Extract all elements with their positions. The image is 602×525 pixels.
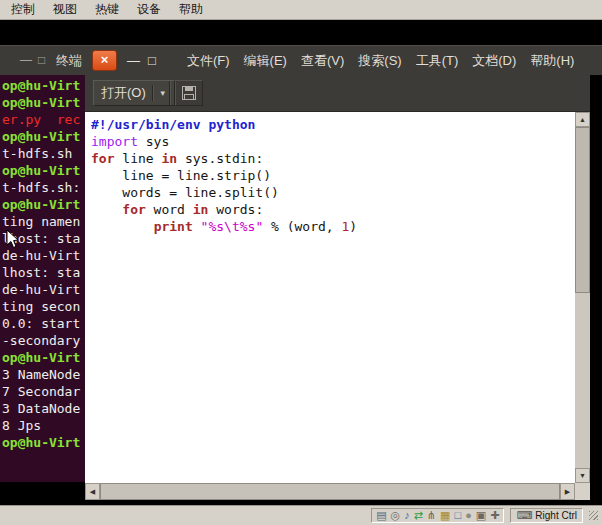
left-arrow-icon: ◀ <box>90 488 95 496</box>
menu-item[interactable]: 文件(F) <box>180 52 237 70</box>
mouse-cursor <box>6 229 20 249</box>
up-arrow-icon: ▲ <box>579 116 586 123</box>
titlebar-strip: — □ 终端 × — □ 文件(F)编辑(E)查看(V)搜索(S)工具(T)文档… <box>0 45 602 75</box>
terminal-line: 0.0: start <box>2 315 85 332</box>
terminal-line: op@hu-Virt <box>2 434 85 451</box>
hard-disk-icon[interactable]: ▤ <box>376 509 386 522</box>
open-button-divider <box>152 85 153 101</box>
vm-statusbar: ▤◎♪⇄⋔▦□●▣✚ ⌨ Right Ctrl <box>0 505 602 525</box>
features-icon[interactable]: ▣ <box>476 509 486 522</box>
editor-code: #!/usr/bin/env pythonimport sysfor line … <box>85 112 575 235</box>
terminal-line: 8 Jps <box>2 417 85 434</box>
vm-menu-item[interactable]: 设备 <box>128 0 170 19</box>
terminal-line: er.py rec <box>2 111 85 128</box>
editor-text-area[interactable]: #!/usr/bin/env pythonimport sysfor line … <box>85 112 575 483</box>
vm-menu-item[interactable]: 控制 <box>2 0 44 19</box>
gedit-menubar: 文件(F)编辑(E)查看(V)搜索(S)工具(T)文档(D)帮助(H) <box>180 46 581 75</box>
terminal-minimize-icon[interactable]: — <box>20 46 32 75</box>
scroll-down-button[interactable]: ▼ <box>575 468 590 483</box>
terminal-line: op@hu-Virt <box>2 162 85 179</box>
horizontal-scrollbar-thumb[interactable] <box>100 483 560 500</box>
terminal-line: lhost: sta <box>2 264 85 281</box>
terminal-output: op@hu-Virtop@hu-Virter.py recop@hu-Virtt… <box>2 77 85 451</box>
menu-item[interactable]: 工具(T) <box>409 52 466 70</box>
recording-icon[interactable]: ● <box>465 509 472 522</box>
code-line: words = line.split() <box>91 184 575 201</box>
chevron-down-icon: ▼ <box>159 89 167 98</box>
network-icon[interactable]: ⇄ <box>414 509 423 522</box>
vertical-scrollbar-thumb[interactable] <box>575 127 590 293</box>
display-icon[interactable]: □ <box>454 509 461 522</box>
optical-disk-icon[interactable]: ◎ <box>391 509 401 522</box>
resize-grip[interactable] <box>589 511 598 520</box>
menu-item[interactable]: 查看(V) <box>294 52 351 70</box>
terminal-line: t-hdfs.sh <box>2 145 85 162</box>
save-button[interactable] <box>175 80 203 106</box>
shared-folder-icon[interactable]: ▦ <box>440 509 450 522</box>
right-arrow-icon: ▶ <box>565 488 570 496</box>
vertical-scrollbar[interactable]: ▲ ▼ <box>575 112 590 483</box>
open-button-label: 打开(O) <box>101 84 146 102</box>
terminal-title: 终端 <box>56 46 82 75</box>
terminal-line: 3 NameNode <box>2 366 85 383</box>
audio-icon[interactable]: ♪ <box>404 509 410 522</box>
usb-icon[interactable]: ⋔ <box>427 509 436 522</box>
terminal-window[interactable]: op@hu-Virtop@hu-Virter.py recop@hu-Virtt… <box>0 75 85 482</box>
keyboard-icon: ⌨ <box>516 509 532 522</box>
terminal-line: 7 Secondar <box>2 383 85 400</box>
scroll-right-button[interactable]: ▶ <box>560 483 575 500</box>
statusbar-icons: ▤◎♪⇄⋔▦□●▣✚ <box>371 508 504 523</box>
menu-item[interactable]: 搜索(S) <box>351 52 408 70</box>
scrollbar-corner <box>575 483 590 500</box>
terminal-line: 3 DataNode <box>2 400 85 417</box>
maximize-button[interactable]: □ <box>148 46 156 75</box>
code-line: for line in sys.stdin: <box>91 150 575 167</box>
terminal-line: de-hu-Virt <box>2 247 85 264</box>
save-icon <box>181 85 197 101</box>
minimize-button[interactable]: — <box>127 46 140 75</box>
terminal-line: op@hu-Virt <box>2 128 85 145</box>
terminal-maximize-icon[interactable]: □ <box>38 46 45 75</box>
down-arrow-icon: ▼ <box>579 472 586 479</box>
terminal-line: -secondary <box>2 332 85 349</box>
code-line: print "%s\t%s" % (word, 1) <box>91 218 575 235</box>
vm-menu-item[interactable]: 热键 <box>86 0 128 19</box>
terminal-line: op@hu-Virt <box>2 349 85 366</box>
toolbar-separator <box>169 81 170 105</box>
code-line: for word in words: <box>91 201 575 218</box>
menu-item[interactable]: 帮助(H) <box>523 52 581 70</box>
menu-item[interactable]: 编辑(E) <box>237 52 294 70</box>
terminal-line: de-hu-Virt <box>2 281 85 298</box>
terminal-line: t-hdfs.sh: <box>2 179 85 196</box>
code-line: #!/usr/bin/env python <box>91 116 575 133</box>
scroll-left-button[interactable]: ◀ <box>85 483 100 500</box>
terminal-line: ting secon <box>2 298 85 315</box>
menu-item[interactable]: 文档(D) <box>465 52 523 70</box>
terminal-line: ting namen <box>2 213 85 230</box>
terminal-line: op@hu-Virt <box>2 77 85 94</box>
vm-menu-item[interactable]: 视图 <box>44 0 86 19</box>
gedit-toolbar: 打开(O) ▼ <box>85 75 590 112</box>
vm-menubar: 控制视图热键设备帮助 <box>0 0 602 20</box>
terminal-line: op@hu-Virt <box>2 94 85 111</box>
host-key-indicator: ⌨ Right Ctrl <box>510 508 583 523</box>
horizontal-scrollbar[interactable]: ◀ ▶ <box>85 483 575 500</box>
host-key-label: Right Ctrl <box>535 510 577 521</box>
terminal-line: op@hu-Virt <box>2 196 85 213</box>
mouse-icon[interactable]: ✚ <box>490 509 499 522</box>
scroll-up-button[interactable]: ▲ <box>575 112 590 127</box>
code-line: import sys <box>91 133 575 150</box>
close-icon: × <box>101 52 109 67</box>
open-button[interactable]: 打开(O) ▼ <box>93 80 175 106</box>
close-button[interactable]: × <box>92 50 117 71</box>
vm-menu-item[interactable]: 帮助 <box>170 0 212 19</box>
code-line: line = line.strip() <box>91 167 575 184</box>
